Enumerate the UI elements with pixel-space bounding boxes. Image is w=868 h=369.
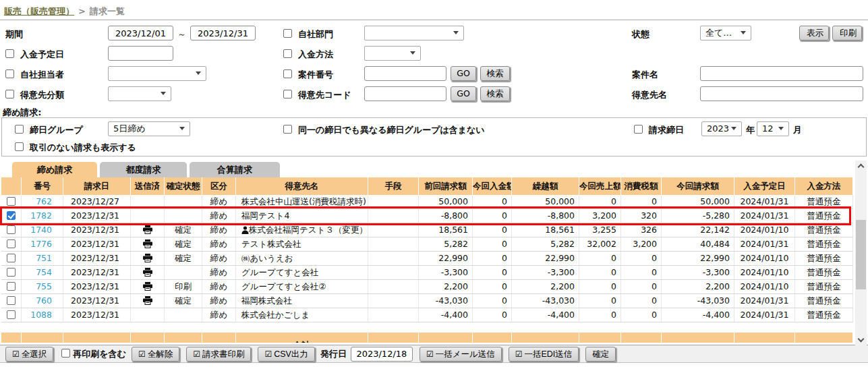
scroll-down-button[interactable]	[855, 335, 867, 345]
category-cell: 締め	[202, 308, 236, 322]
payment-due-cell: 2024/01/31	[734, 195, 795, 208]
row-checkbox[interactable]	[7, 296, 16, 305]
row-checkbox[interactable]	[7, 225, 16, 234]
row-checkbox[interactable]	[7, 310, 16, 319]
include-reprint-checkbox[interactable]	[61, 349, 70, 358]
invoice-number-link[interactable]: 1088	[30, 310, 52, 320]
tab-combined-billing[interactable]: 合算請求	[190, 162, 280, 177]
project-no-input[interactable]	[364, 66, 446, 81]
prev-billed-cell: -43,030	[419, 294, 473, 308]
customer-name-cell: 福岡株式会社	[236, 294, 368, 308]
printer-icon	[143, 296, 152, 305]
breadcrumb-sales-link[interactable]: 販売（販売管理）	[4, 6, 74, 16]
customer-name-input[interactable]	[700, 86, 863, 101]
row-checkbox[interactable]	[7, 282, 16, 291]
tab-closing-billing[interactable]: 締め請求	[12, 162, 97, 177]
status-select[interactable]: 全て…	[700, 26, 751, 40]
print-invoice-button[interactable]: ☑請求書印刷	[186, 347, 251, 362]
show-button[interactable]: 表示	[799, 26, 829, 40]
row-checkbox[interactable]	[7, 254, 16, 262]
row-checkbox[interactable]	[7, 239, 16, 248]
table-scrollbar[interactable]	[855, 161, 867, 345]
project-no-search-button[interactable]: 検索	[480, 66, 510, 81]
select-all-button[interactable]: ☑全選択	[5, 347, 53, 362]
footer-action-bar: ☑全選択 再印刷を含む ☑全解除 ☑請求書印刷 ☑CSV出力 発行日 ☑一括メー…	[0, 345, 868, 363]
invoice-number-link[interactable]: 754	[36, 267, 52, 277]
chevron-down-icon	[196, 72, 201, 75]
table-row: 7552023/12/31印刷締めグループてすと会社②2,20002,20000…	[1, 280, 853, 294]
company-dept-select[interactable]	[364, 26, 464, 40]
invoice-number-link[interactable]: 751	[36, 253, 52, 263]
carryover-cell: -43,030	[512, 294, 579, 308]
csv-export-button[interactable]: ☑CSV出力	[258, 347, 314, 362]
project-no-label: 案件番号	[298, 69, 333, 81]
partial-cell	[621, 333, 662, 343]
invoice-number-link[interactable]: 762	[36, 196, 52, 206]
deselect-all-button[interactable]: ☑全解除	[132, 347, 179, 362]
billing-date-cell: 2023/12/31	[63, 280, 131, 293]
no-transaction-checkbox[interactable]	[15, 142, 24, 151]
customer-name-cell: テスト株式会社	[236, 237, 368, 251]
means-cell	[368, 209, 419, 223]
customer-code-go-button[interactable]: GO	[451, 86, 476, 101]
chevron-down-icon	[731, 127, 736, 130]
customer-category-checkbox[interactable]	[5, 90, 14, 98]
project-no-go-button[interactable]: GO	[451, 66, 476, 81]
customer-category-select[interactable]	[108, 86, 171, 101]
payment-method-select[interactable]	[364, 46, 421, 61]
column-header: 番号	[22, 177, 63, 195]
payment-due-checkbox[interactable]	[5, 49, 14, 58]
prev-billed-cell: 22,990	[419, 252, 473, 265]
billing-close-checkbox[interactable]	[634, 125, 643, 134]
row-checkbox[interactable]	[7, 211, 16, 220]
same-closing-checkbox[interactable]	[283, 125, 292, 134]
billing-close-month-select[interactable]: 12	[757, 121, 789, 136]
chevron-down-icon	[410, 51, 415, 55]
column-header: 今回売上額	[579, 177, 621, 195]
sent-cell	[131, 195, 165, 208]
closing-group-select[interactable]: 5日締め	[108, 121, 190, 136]
tax-cell: 0	[621, 195, 662, 208]
page-title: 請求一覧	[90, 6, 125, 16]
customer-code-input[interactable]	[364, 86, 446, 101]
checkbox-glyph-icon: ☑	[515, 349, 523, 359]
billing-close-year-select[interactable]: 2023	[701, 121, 742, 136]
payment-method-checkbox[interactable]	[283, 49, 292, 58]
period-to-input[interactable]	[190, 26, 256, 40]
invoice-number-link[interactable]: 1740	[30, 225, 52, 235]
prev-billed-cell: 50,000	[419, 195, 473, 208]
company-rep-checkbox[interactable]	[5, 69, 14, 78]
confirm-status-cell: 確定	[165, 252, 202, 265]
clipped-total-label: 合計	[293, 340, 310, 343]
scrollbar-thumb[interactable]	[856, 220, 866, 289]
project-no-checkbox[interactable]	[283, 69, 292, 78]
customer-name-label: 得意先名	[632, 89, 667, 101]
invoice-number-link[interactable]: 1776	[30, 239, 52, 249]
invoice-number-link[interactable]: 1782	[30, 210, 52, 221]
company-rep-select[interactable]	[108, 66, 206, 81]
invoice-number-link[interactable]: 760	[36, 295, 52, 306]
scroll-up-button[interactable]	[855, 161, 867, 171]
prev-billed-cell: 18,561	[419, 223, 473, 237]
project-name-input[interactable]	[700, 66, 863, 81]
chevron-down-icon	[741, 31, 746, 34]
payment-due-input[interactable]	[108, 46, 173, 61]
print-button[interactable]: 印刷	[832, 26, 862, 40]
customer-name-cell: グループてすと会社②	[236, 280, 368, 293]
row-checkbox[interactable]	[7, 197, 16, 206]
issue-date-input[interactable]	[351, 347, 413, 362]
period-from-input[interactable]	[108, 26, 173, 40]
company-dept-checkbox[interactable]	[283, 29, 292, 38]
closing-group-checkbox[interactable]	[15, 125, 24, 134]
bulk-mail-button[interactable]: ☑一括メール送信	[419, 347, 502, 362]
row-checkbox[interactable]	[7, 268, 16, 277]
sales-cell: 3,255	[579, 223, 621, 237]
customer-code-checkbox[interactable]	[283, 90, 292, 98]
table-row: 7542023/12/31締めグループてすと会社-3,3000-3,30000-…	[1, 266, 853, 280]
confirm-button[interactable]: 確定	[585, 347, 616, 362]
bulk-edi-button[interactable]: ☑一括EDI送信	[509, 347, 579, 362]
partial-totals-strip: 合計	[1, 333, 853, 343]
tab-each-billing[interactable]: 都度請求	[100, 162, 187, 177]
invoice-number-link[interactable]: 755	[36, 281, 52, 291]
customer-code-search-button[interactable]: 検索	[480, 86, 510, 101]
